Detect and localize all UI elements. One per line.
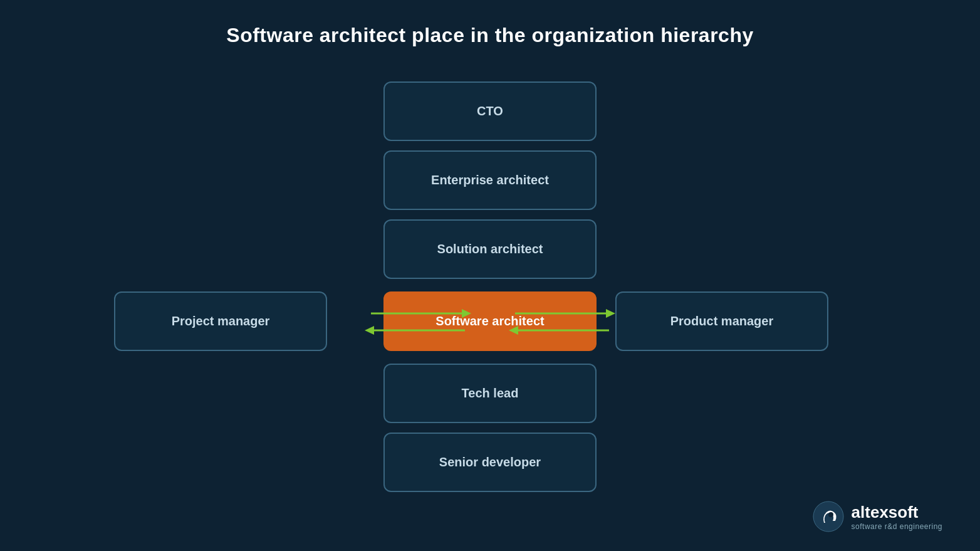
svg-point-8 bbox=[813, 501, 843, 532]
logo-text-block: altexsoft software r&d engineering bbox=[852, 503, 942, 531]
page-title: Software architect place in the organiza… bbox=[0, 0, 980, 47]
right-arrow-area bbox=[509, 291, 615, 351]
box-solution: Solution architect bbox=[383, 219, 597, 279]
svg-marker-7 bbox=[509, 326, 518, 335]
left-arrows-svg bbox=[365, 291, 471, 351]
diagram-inner: CTO Enterprise architect Solution archit… bbox=[114, 69, 866, 545]
logo-name: altexsoft bbox=[852, 503, 942, 522]
box-project: Project manager bbox=[114, 291, 327, 351]
diagram-container: CTO Enterprise architect Solution archit… bbox=[0, 63, 980, 551]
box-senior: Senior developer bbox=[383, 433, 597, 492]
left-arrow-area bbox=[365, 291, 471, 351]
right-arrows-svg bbox=[509, 291, 615, 351]
box-techlead: Tech lead bbox=[383, 364, 597, 423]
svg-marker-3 bbox=[365, 326, 374, 335]
logo-area: altexsoft software r&d engineering bbox=[813, 501, 942, 532]
svg-marker-5 bbox=[606, 309, 615, 318]
box-cto: CTO bbox=[383, 81, 597, 141]
svg-marker-1 bbox=[462, 309, 471, 318]
box-product: Product manager bbox=[615, 291, 828, 351]
box-enterprise: Enterprise architect bbox=[383, 150, 597, 210]
svg-point-9 bbox=[828, 512, 833, 517]
altexsoft-logo-icon bbox=[813, 501, 844, 532]
logo-tagline: software r&d engineering bbox=[852, 522, 942, 531]
